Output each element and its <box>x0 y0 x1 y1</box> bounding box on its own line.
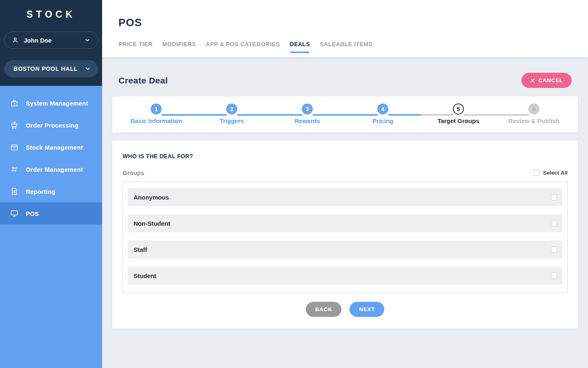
step-label: Target Groups <box>437 117 479 124</box>
sidebar-item-label: POS <box>26 210 39 217</box>
sidebar-item-label: Order Management <box>26 166 83 173</box>
topbar: POS PRICE TIER MODIFIERS APP & POS CATEG… <box>102 0 588 57</box>
next-button[interactable]: NEXT <box>350 302 384 317</box>
chevron-down-icon <box>85 65 91 72</box>
chevron-down-icon <box>84 37 91 43</box>
group-row-non-student[interactable]: Non-Student <box>128 214 562 232</box>
archive-box-icon <box>10 143 19 152</box>
cancel-button-label: CANCEL <box>539 77 563 83</box>
group-checkbox[interactable] <box>551 273 557 279</box>
step-label: Basic Information <box>130 117 182 124</box>
step-number: 4 <box>377 103 388 114</box>
tab-modifiers[interactable]: MODIFIERS <box>163 41 196 53</box>
tab-bar: PRICE TIER MODIFIERS APP & POS CATEGORIE… <box>118 41 588 53</box>
document-icon <box>10 187 19 196</box>
location-dropdown[interactable]: BOSTON POOL HALL <box>4 60 98 77</box>
content-area: Create Deal CANCEL 1 Basic Information <box>102 57 588 328</box>
stepper-card: 1 Basic Information 2 Triggers 3 Rewards… <box>112 96 578 132</box>
wizard-stepper: 1 Basic Information 2 Triggers 3 Rewards… <box>112 96 578 132</box>
transfer-arrows-icon <box>10 165 19 174</box>
sidebar-item-label: Reporting <box>26 188 56 195</box>
page-head: Create Deal CANCEL <box>118 73 572 88</box>
sidebar-item-label: Order Processing <box>26 122 78 129</box>
step-number: 6 <box>528 103 539 114</box>
group-name: Student <box>134 272 156 279</box>
monitor-icon <box>10 209 19 218</box>
group-list: Anonymous Non-Student Staff Student <box>122 182 568 293</box>
sidebar-item-pos[interactable]: POS <box>0 202 102 224</box>
sidebar-item-system-management[interactable]: System Management <box>0 92 102 114</box>
group-checkbox[interactable] <box>551 247 557 253</box>
group-row-staff[interactable]: Staff <box>128 240 562 258</box>
back-button[interactable]: BACK <box>306 302 342 317</box>
group-name: Non-Student <box>134 220 170 227</box>
group-checkbox[interactable] <box>551 220 557 227</box>
main-area: POS PRICE TIER MODIFIERS APP & POS CATEG… <box>102 0 588 368</box>
cart-arrow-icon <box>10 121 19 130</box>
user-name: John Doe <box>24 37 51 44</box>
sidebar-item-order-management[interactable]: Order Management <box>0 158 102 180</box>
target-groups-card: WHO IS THE DEAL FOR? Groups Select All A… <box>112 141 578 328</box>
select-all-checkbox[interactable] <box>533 170 539 176</box>
wizard-actions: BACK NEXT <box>122 302 568 317</box>
step-label: Rewards <box>294 117 320 124</box>
close-icon <box>530 78 535 83</box>
sidebar-header: STOCK John Doe BOSTON POOL HALL <box>0 0 102 86</box>
step-label: Triggers <box>220 117 244 124</box>
step-number: 3 <box>302 103 313 114</box>
step-label: Pricing <box>372 117 393 124</box>
sidebar-item-reporting[interactable]: Reporting <box>0 180 102 202</box>
tab-saleable-items[interactable]: SALEABLE ITEMS <box>320 41 372 53</box>
tab-app-pos-categories[interactable]: APP & POS CATEGORIES <box>206 41 280 53</box>
step-number: 1 <box>151 103 162 114</box>
group-row-anonymous[interactable]: Anonymous <box>128 188 562 206</box>
group-row-student[interactable]: Student <box>128 267 562 285</box>
groups-label: Groups <box>122 169 144 176</box>
group-name: Staff <box>134 246 147 253</box>
app-root: STOCK John Doe BOSTON POOL HALL <box>0 0 588 368</box>
form-question: WHO IS THE DEAL FOR? <box>122 153 568 159</box>
step-number: 5 <box>453 103 464 114</box>
page-title: POS <box>118 16 588 29</box>
tab-price-tier[interactable]: PRICE TIER <box>118 41 153 53</box>
brand-logo: STOCK <box>0 0 102 20</box>
location-name: BOSTON POOL HALL <box>13 65 78 72</box>
user-icon <box>11 36 19 44</box>
sidebar-item-stock-management[interactable]: Stock Management <box>0 136 102 158</box>
select-all-control[interactable]: Select All <box>533 170 568 176</box>
sidebar-item-order-processing[interactable]: Order Processing <box>0 114 102 136</box>
sidebar-menu: System Management Order Processing Stock… <box>0 86 102 224</box>
group-checkbox[interactable] <box>551 194 557 200</box>
select-all-label: Select All <box>543 170 568 176</box>
step-review-publish[interactable]: 6 Review & Publish <box>496 103 572 124</box>
section-title: Create Deal <box>118 76 168 85</box>
sidebar-item-label: System Management <box>26 100 88 107</box>
group-name: Anonymous <box>134 194 169 201</box>
groups-header-row: Groups Select All <box>122 169 568 176</box>
tab-deals[interactable]: DEALS <box>290 41 310 53</box>
step-number: 2 <box>226 103 237 114</box>
step-label: Review & Publish <box>508 117 559 124</box>
package-icon <box>10 99 19 108</box>
user-menu-dropdown[interactable]: John Doe <box>4 31 98 49</box>
sidebar-item-label: Stock Management <box>26 144 83 151</box>
sidebar: STOCK John Doe BOSTON POOL HALL <box>0 0 102 368</box>
cancel-button[interactable]: CANCEL <box>521 73 572 88</box>
